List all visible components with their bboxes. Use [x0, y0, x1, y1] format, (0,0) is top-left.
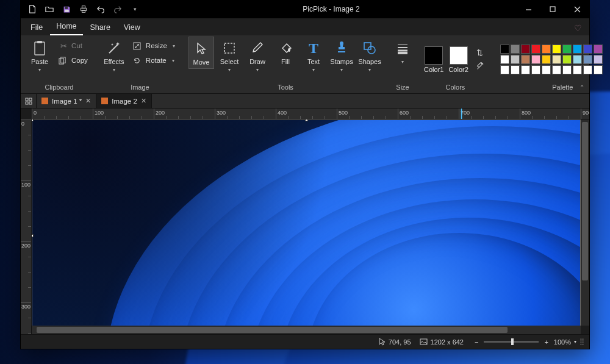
titlebar: ▾ PicPick - Image 2 — [21, 0, 589, 18]
palette-color[interactable] — [521, 55, 530, 64]
rotate-icon — [133, 57, 143, 65]
palette-color[interactable] — [562, 45, 572, 54]
palette-color[interactable] — [521, 45, 530, 54]
text-tool[interactable]: T Text▾ — [301, 37, 326, 75]
tab-file[interactable]: File — [24, 21, 49, 35]
stamp-icon — [335, 39, 348, 57]
resize-button[interactable]: Resize▾ — [129, 39, 179, 52]
canvas[interactable] — [32, 120, 581, 334]
doc-tab-image2[interactable]: Image 2 ✕ — [96, 94, 152, 108]
effects-button[interactable]: Effects▾ — [101, 37, 127, 75]
color-palette[interactable] — [498, 42, 605, 77]
cut-button[interactable]: ✂Cut — [55, 39, 92, 52]
palette-color[interactable] — [521, 65, 530, 74]
draw-tool[interactable]: Draw▾ — [245, 37, 270, 75]
vertical-scrollbar[interactable] — [581, 120, 589, 326]
stamps-tool[interactable]: Stamps▾ — [329, 37, 354, 75]
palette-color[interactable] — [511, 55, 520, 64]
palette-color[interactable] — [511, 45, 520, 54]
select-tool[interactable]: Select▾ — [217, 37, 242, 75]
resize-handle[interactable] — [32, 120, 34, 121]
open-icon[interactable] — [43, 2, 56, 16]
collapse-ribbon-icon[interactable]: ⌃ — [580, 84, 584, 91]
color1-button[interactable]: Color1 — [423, 44, 445, 76]
svg-rect-18 — [420, 339, 427, 344]
palette-color[interactable] — [500, 55, 509, 64]
rotate-button[interactable]: Rotate▾ — [129, 54, 179, 67]
doc-tab-image1[interactable]: Image 1 * ✕ — [37, 94, 96, 108]
palette-color[interactable] — [511, 65, 520, 74]
zoom-slider[interactable] — [484, 341, 539, 343]
tab-grid-icon[interactable] — [21, 94, 37, 108]
more-colors-button[interactable]: More▾ — [608, 40, 610, 79]
swap-colors-icon[interactable]: ⇅ — [475, 48, 486, 59]
resize-handle[interactable] — [305, 120, 308, 121]
qat-customize-icon[interactable]: ▾ — [128, 2, 142, 16]
palette-color[interactable] — [531, 55, 540, 64]
svg-rect-7 — [37, 41, 42, 43]
fill-tool[interactable]: Fill — [273, 37, 298, 68]
paste-button[interactable]: Paste▾ — [27, 37, 52, 75]
palette-color[interactable] — [583, 45, 592, 54]
new-icon[interactable] — [26, 2, 39, 16]
svg-rect-6 — [35, 42, 45, 55]
horizontal-ruler[interactable] — [32, 109, 589, 120]
palette-color[interactable] — [531, 45, 540, 54]
palette-color[interactable] — [594, 55, 603, 64]
status-resize-grip-icon[interactable]: ⣿ — [580, 338, 584, 346]
save-icon[interactable] — [60, 2, 73, 16]
palette-color[interactable] — [552, 65, 561, 74]
shapes-tool[interactable]: Shapes▾ — [357, 37, 382, 75]
zoom-menu-icon[interactable]: ▾ — [574, 339, 576, 344]
close-button[interactable] — [565, 0, 589, 18]
redo-icon[interactable] — [111, 2, 124, 16]
horizontal-scrollbar[interactable] — [32, 326, 581, 334]
color2-button[interactable]: Color2 — [447, 44, 469, 76]
status-bar: 704, 95 1202 x 642 − + 100% ▾ ⣿ — [21, 334, 589, 349]
close-tab-icon[interactable]: ✕ — [85, 97, 91, 105]
palette-color[interactable] — [552, 55, 561, 64]
minimize-button[interactable] — [516, 0, 540, 18]
palette-color[interactable] — [583, 65, 592, 74]
close-tab-icon[interactable]: ✕ — [141, 97, 146, 105]
lineweight-icon — [396, 39, 409, 57]
zoom-out-button[interactable]: − — [472, 338, 481, 346]
tab-share[interactable]: Share — [84, 21, 117, 35]
zoom-in-button[interactable]: + — [542, 338, 550, 346]
palette-color[interactable] — [500, 45, 509, 54]
svg-rect-16 — [26, 102, 28, 104]
print-icon[interactable] — [77, 2, 90, 16]
vertical-ruler[interactable] — [21, 120, 32, 334]
palette-color[interactable] — [583, 55, 592, 64]
tab-view[interactable]: View — [118, 21, 146, 35]
palette-color[interactable] — [542, 55, 551, 64]
zoom-level[interactable]: 100% — [554, 338, 571, 346]
wand-icon — [107, 39, 121, 57]
eyedropper-icon[interactable] — [475, 61, 486, 72]
palette-color[interactable] — [573, 65, 582, 74]
doc-thumbnail-icon — [101, 98, 108, 104]
svg-rect-3 — [82, 6, 85, 9]
palette-color[interactable] — [573, 45, 582, 54]
move-tool[interactable]: Move — [188, 37, 214, 69]
maximize-button[interactable] — [540, 0, 565, 18]
palette-color[interactable] — [531, 65, 540, 74]
bucket-icon — [278, 39, 293, 57]
svg-rect-0 — [65, 7, 68, 9]
palette-color[interactable] — [573, 55, 582, 64]
canvas-viewport[interactable] — [32, 120, 589, 334]
resize-handle[interactable] — [32, 234, 34, 237]
favorite-icon[interactable]: ♡ — [570, 21, 586, 35]
copy-button[interactable]: Copy — [55, 54, 92, 67]
palette-color[interactable] — [542, 45, 551, 54]
size-button[interactable]: ▾ — [392, 37, 413, 67]
undo-icon[interactable] — [94, 2, 107, 16]
palette-color[interactable] — [552, 45, 561, 54]
palette-color[interactable] — [594, 65, 603, 74]
palette-color[interactable] — [562, 55, 572, 64]
tab-home[interactable]: Home — [50, 20, 82, 35]
palette-color[interactable] — [594, 45, 603, 54]
palette-color[interactable] — [542, 65, 551, 74]
palette-color[interactable] — [562, 65, 572, 74]
palette-color[interactable] — [500, 65, 509, 74]
